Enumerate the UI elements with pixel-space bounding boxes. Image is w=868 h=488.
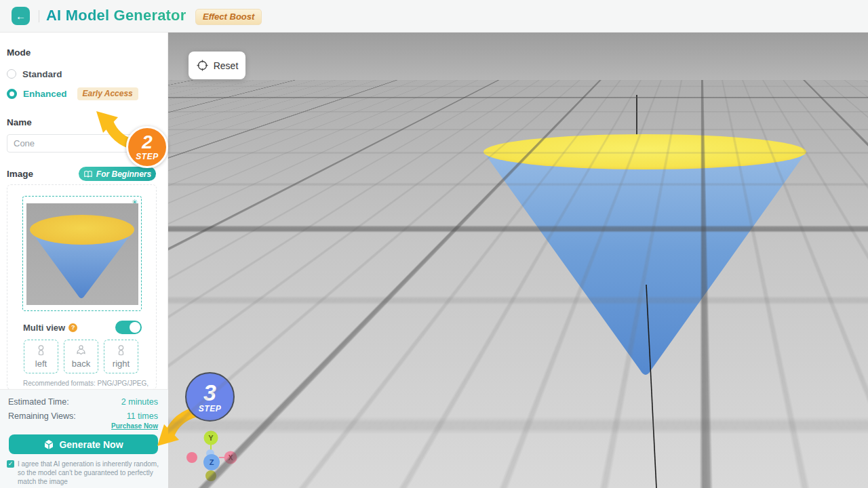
view-button-right[interactable]: right	[104, 340, 138, 373]
multi-view-toggle[interactable]	[115, 321, 142, 334]
image-upload-card: ✳ Multi view ?	[7, 184, 157, 390]
toggle-knob	[130, 322, 140, 333]
cone-model	[168, 33, 868, 488]
view-buttons-row: left back right	[24, 340, 146, 373]
cone-top-face	[484, 134, 806, 169]
formats-note: Recommended formats: PNG/JPG/JPEG,	[23, 380, 149, 387]
remaining-views-value: 11 times	[127, 411, 158, 421]
cone-thumbnail	[26, 203, 138, 305]
effect-boost-badge: Effect Boost	[195, 9, 262, 25]
agreement-checkbox[interactable]: ✓	[7, 460, 14, 468]
sidebar-footer: Estimated Time: 2 minutes Remaining View…	[0, 389, 168, 488]
name-section-label: Name	[7, 117, 32, 127]
early-access-badge: Early Access	[77, 87, 138, 100]
step-2-badge: 2 STEP	[126, 126, 168, 168]
view-button-label: back	[72, 359, 90, 369]
x-axis-label: X	[229, 454, 233, 462]
mode-option-standard[interactable]: Standard	[7, 68, 62, 79]
radio-unselected-icon	[7, 69, 16, 79]
image-dropzone[interactable]: ✳	[22, 196, 142, 311]
bird-back-icon	[75, 344, 87, 357]
multi-view-label: Multi view	[23, 323, 65, 333]
purchase-now-link[interactable]: Purchase Now	[111, 422, 158, 430]
check-icon: ✓	[8, 460, 14, 467]
reset-crosshair-icon	[196, 59, 209, 72]
estimated-time-value: 2 minutes	[121, 397, 158, 407]
view-button-back[interactable]: back	[64, 340, 98, 373]
back-arrow-icon: ←	[16, 10, 26, 22]
step-word: STEP	[136, 152, 158, 161]
mode-option-label: Standard	[22, 69, 62, 79]
generate-cube-icon	[43, 439, 54, 450]
mode-section-label: Mode	[7, 47, 31, 58]
step-number: 2	[142, 133, 153, 152]
step-3-badge: 3 STEP	[185, 372, 235, 422]
back-button[interactable]: ←	[12, 7, 30, 25]
multi-view-row: Multi view ?	[23, 321, 142, 334]
for-beginners-label: For Beginners	[96, 169, 151, 179]
z-axis-label: Z	[210, 458, 214, 466]
image-section-label: Image	[7, 169, 33, 179]
cone-body	[484, 152, 806, 375]
view-button-left[interactable]: left	[24, 340, 58, 373]
help-icon[interactable]: ?	[68, 323, 77, 332]
page-title: AI Model Generator	[46, 7, 186, 24]
y-axis-label: Y	[208, 434, 214, 442]
view-button-label: right	[113, 359, 130, 369]
generate-now-button[interactable]: Generate Now	[9, 434, 158, 454]
book-icon	[83, 170, 93, 178]
neg-y-sphere	[205, 470, 216, 481]
step-number: 3	[203, 381, 216, 404]
settings-sidebar: Mode Standard Enhanced Early Access Name…	[0, 33, 168, 488]
reset-label: Reset	[214, 60, 239, 71]
agreement-text: I agree that AI generation is inherently…	[18, 460, 161, 487]
neg-x-sphere	[186, 452, 197, 463]
mode-option-enhanced[interactable]: Enhanced Early Access	[7, 88, 138, 99]
viewport-3d[interactable]: Reset Y X Z	[168, 33, 868, 488]
estimated-time-row: Estimated Time: 2 minutes	[8, 397, 158, 407]
step-word: STEP	[199, 404, 221, 413]
remaining-views-row: Remaining Views: 11 times	[8, 411, 158, 421]
bird-left-icon	[35, 344, 47, 357]
estimated-time-label: Estimated Time:	[8, 397, 69, 407]
generate-now-label: Generate Now	[59, 439, 123, 450]
mode-option-label: Enhanced	[23, 89, 67, 99]
agreement-row: ✓ I agree that AI generation is inherent…	[7, 460, 161, 487]
view-button-label: left	[35, 359, 47, 369]
radio-selected-icon	[7, 89, 17, 99]
bird-right-icon	[115, 344, 127, 357]
header-divider	[39, 10, 39, 22]
app-header: ← AI Model Generator Effect Boost	[0, 0, 868, 33]
for-beginners-button[interactable]: For Beginners	[79, 167, 156, 181]
remaining-views-label: Remaining Views:	[8, 411, 76, 421]
reset-view-button[interactable]: Reset	[189, 52, 245, 79]
